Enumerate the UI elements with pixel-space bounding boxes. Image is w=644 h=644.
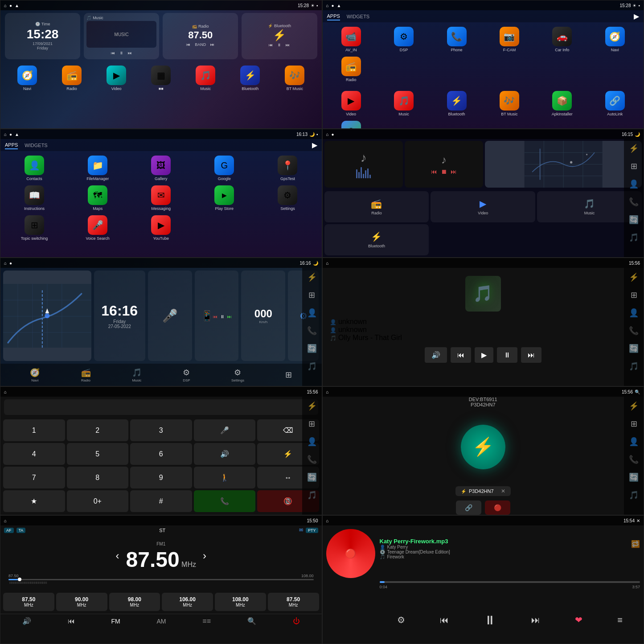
app-btmusic[interactable]: 🎶 BT Music xyxy=(285,66,304,91)
d7-music[interactable]: 🎵 xyxy=(307,490,317,500)
phone-widget[interactable]: 📱 ⏮ ⏸ ⏭ xyxy=(195,271,239,361)
drawer-grid[interactable]: ⊞ xyxy=(631,161,637,171)
dial-2[interactable]: 2 xyxy=(67,419,129,441)
radio-rew-btn[interactable]: ⏮ xyxy=(68,617,75,625)
radio-card[interactable]: 📻 Radio xyxy=(324,191,429,222)
app-navi[interactable]: 🧭 Navi xyxy=(17,66,37,91)
tab-apps-p3[interactable]: APPS xyxy=(5,141,18,149)
app-bluetooth2[interactable]: ⚡ Bluetooth xyxy=(432,91,480,116)
home-p3[interactable]: ⌂ xyxy=(4,132,7,137)
nav-radio[interactable]: 📻 Radio xyxy=(81,368,91,382)
play-phone[interactable]: ⏸ xyxy=(220,314,225,319)
close-p10[interactable]: ✕ xyxy=(636,518,640,523)
music-visual-widget[interactable]: ♪ xyxy=(324,141,403,188)
preset-2[interactable]: 90.00 MHz xyxy=(56,593,107,611)
bt-next[interactable]: ⏭ xyxy=(286,43,290,47)
time-widget[interactable]: 🕐Time 15:28 17/09/2021 Friday xyxy=(5,13,80,59)
dial-3[interactable]: 3 xyxy=(130,419,192,441)
drawer-refresh[interactable]: 🔄 xyxy=(629,215,639,225)
d6-user[interactable]: 👤 xyxy=(629,308,639,318)
home-p4[interactable]: ⌂ xyxy=(326,132,329,137)
app-btmusic2[interactable]: 🎶 BT Music xyxy=(485,91,533,116)
bt-play[interactable]: ⏸ xyxy=(277,43,281,47)
fwd-icon[interactable]: ⏭ xyxy=(451,168,457,175)
d5-music[interactable]: 🎵 xyxy=(307,361,317,371)
band-af[interactable]: AF xyxy=(4,528,14,533)
preset-5[interactable]: 108.00 MHz xyxy=(215,593,266,611)
bluetooth-widget[interactable]: ⚡Bluetooth ⚡ ⏮ ⏸ ⏭ xyxy=(242,13,317,59)
app-dsp[interactable]: ⚙ DSP xyxy=(380,27,428,52)
home-p6[interactable]: ⌂ xyxy=(326,261,329,266)
dial-0[interactable]: 0+ xyxy=(67,490,129,512)
d5-user[interactable]: 👤 xyxy=(307,308,317,318)
forward-p3[interactable]: ▶ xyxy=(312,141,317,149)
dial-call[interactable]: 📞 xyxy=(194,490,256,512)
drawer-user[interactable]: 👤 xyxy=(629,179,639,189)
d8-refresh[interactable]: 🔄 xyxy=(629,472,639,482)
home-p8[interactable]: ⌂ xyxy=(326,390,329,394)
d5-phone[interactable]: 📞 xyxy=(307,326,317,336)
band-pty[interactable]: PTY xyxy=(306,528,318,533)
nav-music[interactable]: 🎵 Music xyxy=(132,368,142,382)
disconnect-btn[interactable]: ✕ xyxy=(501,488,505,494)
pause-track-btn[interactable]: ⏸ xyxy=(497,347,517,363)
drawer-phone[interactable]: 📞 xyxy=(629,197,639,207)
preset-1[interactable]: 87.50 MHz xyxy=(3,593,54,611)
preset-4[interactable]: 106.00 MHz xyxy=(162,593,213,611)
d6-bt[interactable]: ⚡ xyxy=(629,272,639,282)
music-widget-2[interactable]: ♪ ⏮ ⏹ ⏭ xyxy=(405,141,483,188)
next-btn-full[interactable]: ⏭ xyxy=(531,615,540,625)
d7-phone[interactable]: 📞 xyxy=(307,455,317,464)
d8-user[interactable]: 👤 xyxy=(629,437,639,447)
next-phone[interactable]: ⏭ xyxy=(227,314,232,319)
preset-6[interactable]: 87.50 MHz xyxy=(268,593,319,611)
drawer-bt[interactable]: ⚡ xyxy=(629,144,639,153)
app-phone[interactable]: 📞 Phone xyxy=(432,27,480,52)
app-bluetooth[interactable]: ⚡ Bluetooth xyxy=(240,66,260,91)
bt-link-btn[interactable]: 🔗 xyxy=(456,500,481,515)
app-music2[interactable]: 🎵 Music xyxy=(380,91,428,116)
drawer-music[interactable]: 🎵 xyxy=(629,233,639,242)
prev-btn[interactable]: ⏮ xyxy=(111,51,115,55)
bt-unlink-btn[interactable]: 🔴 xyxy=(485,500,510,515)
app-youtube[interactable]: ▶ YouTube xyxy=(131,215,190,241)
dial-9[interactable]: 9 xyxy=(130,467,192,488)
play-track-btn[interactable]: ▶ xyxy=(475,347,493,363)
app-settings[interactable]: ⚙ Settings xyxy=(258,185,317,211)
app-gpstest[interactable]: 📍 GpsTest xyxy=(258,156,317,181)
mic-widget[interactable]: 🎤 xyxy=(148,271,192,361)
app-apkinstaller[interactable]: 📦 ApkInstaller xyxy=(538,91,586,116)
radio-power-btn[interactable]: ⏻ xyxy=(293,617,300,625)
d5-refresh[interactable]: 🔄 xyxy=(307,344,317,353)
d7-user[interactable]: 👤 xyxy=(307,437,317,447)
d8-phone[interactable]: 📞 xyxy=(629,455,639,464)
app-messaging[interactable]: ✉ Messaging xyxy=(131,185,190,211)
app-video[interactable]: ▶ Video xyxy=(107,66,126,91)
radio-eq-icon[interactable]: ≡≡ xyxy=(202,617,211,625)
app-fcam[interactable]: 📷 F-CAM xyxy=(485,27,533,52)
prev-station-btn[interactable]: ‹ xyxy=(116,550,119,562)
app-chrome[interactable]: ◎ Chrome xyxy=(327,121,375,129)
preset-3[interactable]: 98.00 MHz xyxy=(109,593,160,611)
d8-music[interactable]: 🎵 xyxy=(629,490,639,500)
map-widget[interactable] xyxy=(485,141,642,188)
dial-volume[interactable]: 🔊 xyxy=(194,443,256,465)
home-p5[interactable]: ⌂ xyxy=(4,261,7,266)
dial-7[interactable]: 7 xyxy=(3,467,65,488)
next-track-btn[interactable]: ⏭ xyxy=(521,347,541,363)
tab-widgets-p3[interactable]: WIDGETS xyxy=(25,142,47,149)
dial-star[interactable]: ★ xyxy=(3,490,65,512)
dial-person[interactable]: 🚶 xyxy=(194,467,256,488)
app-autolink[interactable]: 🔗 AutoLink xyxy=(591,91,639,116)
equalizer-btn[interactable]: ⚙ xyxy=(397,615,405,625)
dial-hash[interactable]: # xyxy=(130,490,192,512)
play-btn[interactable]: ⏸ xyxy=(119,51,123,55)
app-avin[interactable]: 📹 AV_IN xyxy=(327,27,375,52)
d7-bt[interactable]: ⚡ xyxy=(307,401,317,411)
radio-prev[interactable]: ⏮ xyxy=(186,42,190,47)
radio-fm-btn[interactable]: FM xyxy=(111,618,120,625)
dial-mic[interactable]: 🎤 xyxy=(194,419,256,441)
app-voice[interactable]: 🎤 Voice Search xyxy=(68,215,127,241)
radio-search-btn[interactable]: 🔍 xyxy=(247,617,256,625)
tab-apps[interactable]: APPS xyxy=(327,12,340,21)
